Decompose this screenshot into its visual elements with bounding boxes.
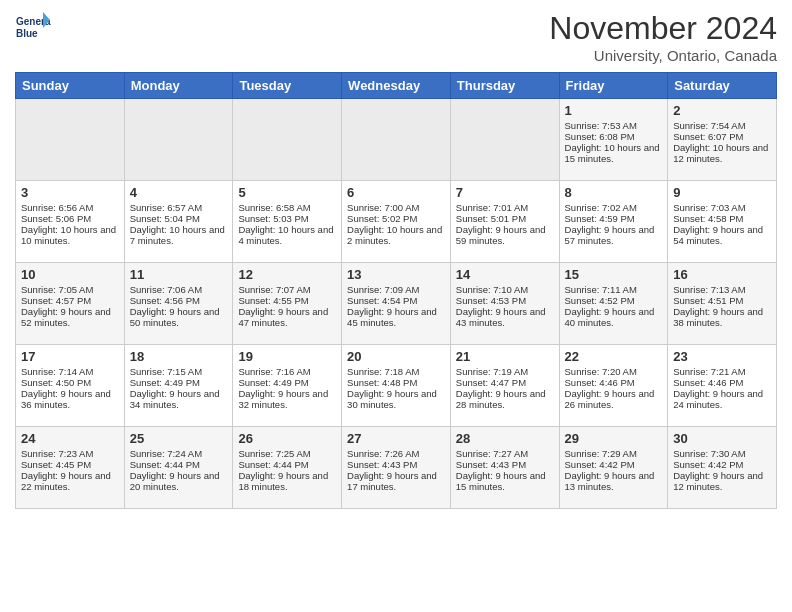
col-saturday: Saturday bbox=[668, 73, 777, 99]
calendar-week-3: 10Sunrise: 7:05 AMSunset: 4:57 PMDayligh… bbox=[16, 263, 777, 345]
sunrise-text: Sunrise: 7:24 AM bbox=[130, 448, 228, 459]
sunset-text: Sunset: 4:42 PM bbox=[565, 459, 663, 470]
day-number: 3 bbox=[21, 185, 119, 200]
daylight-text: Daylight: 9 hours and 12 minutes. bbox=[673, 470, 771, 492]
daylight-text: Daylight: 9 hours and 24 minutes. bbox=[673, 388, 771, 410]
day-number: 12 bbox=[238, 267, 336, 282]
sunset-text: Sunset: 4:43 PM bbox=[347, 459, 445, 470]
sunrise-text: Sunrise: 7:02 AM bbox=[565, 202, 663, 213]
calendar-cell bbox=[16, 99, 125, 181]
day-number: 9 bbox=[673, 185, 771, 200]
sunset-text: Sunset: 4:46 PM bbox=[673, 377, 771, 388]
sunrise-text: Sunrise: 7:20 AM bbox=[565, 366, 663, 377]
calendar-cell: 7Sunrise: 7:01 AMSunset: 5:01 PMDaylight… bbox=[450, 181, 559, 263]
calendar-cell: 4Sunrise: 6:57 AMSunset: 5:04 PMDaylight… bbox=[124, 181, 233, 263]
sunset-text: Sunset: 4:50 PM bbox=[21, 377, 119, 388]
calendar-cell: 21Sunrise: 7:19 AMSunset: 4:47 PMDayligh… bbox=[450, 345, 559, 427]
daylight-text: Daylight: 9 hours and 47 minutes. bbox=[238, 306, 336, 328]
calendar-cell: 29Sunrise: 7:29 AMSunset: 4:42 PMDayligh… bbox=[559, 427, 668, 509]
daylight-text: Daylight: 10 hours and 7 minutes. bbox=[130, 224, 228, 246]
calendar-week-1: 1Sunrise: 7:53 AMSunset: 6:08 PMDaylight… bbox=[16, 99, 777, 181]
daylight-text: Daylight: 9 hours and 17 minutes. bbox=[347, 470, 445, 492]
day-number: 7 bbox=[456, 185, 554, 200]
sunrise-text: Sunrise: 7:11 AM bbox=[565, 284, 663, 295]
daylight-text: Daylight: 9 hours and 32 minutes. bbox=[238, 388, 336, 410]
calendar-week-4: 17Sunrise: 7:14 AMSunset: 4:50 PMDayligh… bbox=[16, 345, 777, 427]
logo-mark: General Blue bbox=[15, 10, 55, 50]
calendar-cell: 30Sunrise: 7:30 AMSunset: 4:42 PMDayligh… bbox=[668, 427, 777, 509]
day-number: 25 bbox=[130, 431, 228, 446]
daylight-text: Daylight: 9 hours and 22 minutes. bbox=[21, 470, 119, 492]
daylight-text: Daylight: 9 hours and 59 minutes. bbox=[456, 224, 554, 246]
sunset-text: Sunset: 4:49 PM bbox=[238, 377, 336, 388]
sunrise-text: Sunrise: 7:10 AM bbox=[456, 284, 554, 295]
calendar-cell: 15Sunrise: 7:11 AMSunset: 4:52 PMDayligh… bbox=[559, 263, 668, 345]
sunset-text: Sunset: 5:04 PM bbox=[130, 213, 228, 224]
sunrise-text: Sunrise: 7:01 AM bbox=[456, 202, 554, 213]
col-tuesday: Tuesday bbox=[233, 73, 342, 99]
sunset-text: Sunset: 4:55 PM bbox=[238, 295, 336, 306]
svg-text:Blue: Blue bbox=[16, 28, 38, 39]
day-number: 18 bbox=[130, 349, 228, 364]
calendar-week-5: 24Sunrise: 7:23 AMSunset: 4:45 PMDayligh… bbox=[16, 427, 777, 509]
day-number: 16 bbox=[673, 267, 771, 282]
sunrise-text: Sunrise: 7:54 AM bbox=[673, 120, 771, 131]
daylight-text: Daylight: 9 hours and 28 minutes. bbox=[456, 388, 554, 410]
day-number: 4 bbox=[130, 185, 228, 200]
title-area: November 2024 University, Ontario, Canad… bbox=[549, 10, 777, 64]
sunrise-text: Sunrise: 7:15 AM bbox=[130, 366, 228, 377]
calendar-cell: 22Sunrise: 7:20 AMSunset: 4:46 PMDayligh… bbox=[559, 345, 668, 427]
col-friday: Friday bbox=[559, 73, 668, 99]
calendar-cell: 5Sunrise: 6:58 AMSunset: 5:03 PMDaylight… bbox=[233, 181, 342, 263]
day-number: 23 bbox=[673, 349, 771, 364]
sunset-text: Sunset: 4:56 PM bbox=[130, 295, 228, 306]
day-number: 21 bbox=[456, 349, 554, 364]
sunset-text: Sunset: 4:52 PM bbox=[565, 295, 663, 306]
sunset-text: Sunset: 4:42 PM bbox=[673, 459, 771, 470]
calendar-week-2: 3Sunrise: 6:56 AMSunset: 5:06 PMDaylight… bbox=[16, 181, 777, 263]
sunrise-text: Sunrise: 7:16 AM bbox=[238, 366, 336, 377]
calendar-cell: 6Sunrise: 7:00 AMSunset: 5:02 PMDaylight… bbox=[342, 181, 451, 263]
day-number: 17 bbox=[21, 349, 119, 364]
daylight-text: Daylight: 9 hours and 26 minutes. bbox=[565, 388, 663, 410]
sunrise-text: Sunrise: 7:00 AM bbox=[347, 202, 445, 213]
daylight-text: Daylight: 9 hours and 38 minutes. bbox=[673, 306, 771, 328]
day-number: 1 bbox=[565, 103, 663, 118]
calendar-cell: 2Sunrise: 7:54 AMSunset: 6:07 PMDaylight… bbox=[668, 99, 777, 181]
day-number: 20 bbox=[347, 349, 445, 364]
calendar-cell bbox=[233, 99, 342, 181]
calendar-cell: 14Sunrise: 7:10 AMSunset: 4:53 PMDayligh… bbox=[450, 263, 559, 345]
calendar-cell: 23Sunrise: 7:21 AMSunset: 4:46 PMDayligh… bbox=[668, 345, 777, 427]
col-thursday: Thursday bbox=[450, 73, 559, 99]
calendar-cell bbox=[450, 99, 559, 181]
sunrise-text: Sunrise: 7:06 AM bbox=[130, 284, 228, 295]
calendar-cell: 25Sunrise: 7:24 AMSunset: 4:44 PMDayligh… bbox=[124, 427, 233, 509]
daylight-text: Daylight: 9 hours and 43 minutes. bbox=[456, 306, 554, 328]
calendar-cell: 10Sunrise: 7:05 AMSunset: 4:57 PMDayligh… bbox=[16, 263, 125, 345]
sunset-text: Sunset: 4:48 PM bbox=[347, 377, 445, 388]
day-number: 10 bbox=[21, 267, 119, 282]
calendar-table: Sunday Monday Tuesday Wednesday Thursday… bbox=[15, 72, 777, 509]
sunrise-text: Sunrise: 7:07 AM bbox=[238, 284, 336, 295]
sunset-text: Sunset: 4:59 PM bbox=[565, 213, 663, 224]
location-subtitle: University, Ontario, Canada bbox=[549, 47, 777, 64]
daylight-text: Daylight: 9 hours and 54 minutes. bbox=[673, 224, 771, 246]
sunset-text: Sunset: 4:47 PM bbox=[456, 377, 554, 388]
logo-icon: General Blue bbox=[15, 10, 51, 46]
day-number: 13 bbox=[347, 267, 445, 282]
col-wednesday: Wednesday bbox=[342, 73, 451, 99]
sunrise-text: Sunrise: 7:13 AM bbox=[673, 284, 771, 295]
calendar-cell: 20Sunrise: 7:18 AMSunset: 4:48 PMDayligh… bbox=[342, 345, 451, 427]
sunrise-text: Sunrise: 7:27 AM bbox=[456, 448, 554, 459]
daylight-text: Daylight: 9 hours and 36 minutes. bbox=[21, 388, 119, 410]
sunrise-text: Sunrise: 7:03 AM bbox=[673, 202, 771, 213]
calendar-cell: 12Sunrise: 7:07 AMSunset: 4:55 PMDayligh… bbox=[233, 263, 342, 345]
sunrise-text: Sunrise: 7:23 AM bbox=[21, 448, 119, 459]
sunset-text: Sunset: 4:51 PM bbox=[673, 295, 771, 306]
daylight-text: Daylight: 9 hours and 45 minutes. bbox=[347, 306, 445, 328]
calendar-cell: 17Sunrise: 7:14 AMSunset: 4:50 PMDayligh… bbox=[16, 345, 125, 427]
daylight-text: Daylight: 9 hours and 20 minutes. bbox=[130, 470, 228, 492]
daylight-text: Daylight: 9 hours and 15 minutes. bbox=[456, 470, 554, 492]
sunset-text: Sunset: 4:57 PM bbox=[21, 295, 119, 306]
day-number: 19 bbox=[238, 349, 336, 364]
